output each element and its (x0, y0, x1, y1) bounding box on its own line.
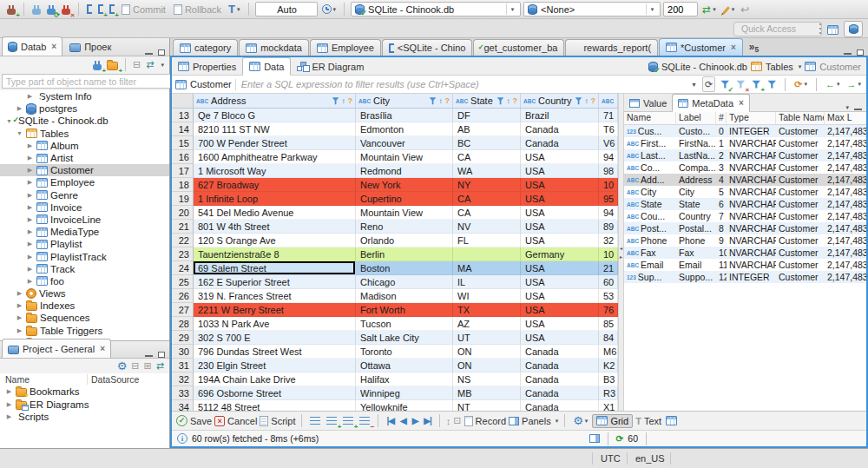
grid-cell[interactable]: Toronto (356, 345, 453, 359)
grid-cell[interactable]: B3 (599, 372, 618, 386)
grid-cell[interactable]: MA (453, 261, 521, 275)
gear-icon[interactable]: ⚙ (117, 359, 128, 372)
tab-close-icon[interactable]: × (731, 43, 736, 52)
project-item-bookmarks[interactable]: ▶Bookmarks (0, 386, 169, 399)
grid-cell[interactable]: Madison (356, 289, 453, 303)
grid-cell[interactable]: USA (521, 331, 599, 345)
tree-collapsed-icon[interactable]: ▶ (5, 388, 13, 395)
new-folder-button[interactable]: + (105, 56, 120, 74)
grid-cell[interactable]: Edmonton (356, 122, 453, 136)
filter-history-button[interactable]: ▼ (689, 77, 699, 91)
auto-refresh-icon[interactable]: ⟳ (616, 433, 624, 444)
grid-cell[interactable]: 60 (599, 275, 618, 289)
grid-cell[interactable]: CA (453, 192, 521, 206)
transaction-button[interactable] (85, 1, 94, 18)
expand-all-icon[interactable]: ⊞ (144, 360, 152, 372)
grid-cell[interactable]: 95 (599, 192, 618, 206)
breadcrumb-connection[interactable]: SQLite - Chinook.db (661, 62, 747, 72)
panel-splitter[interactable]: ◂ ▸ (618, 94, 624, 411)
grid-cell[interactable]: Reno (356, 220, 453, 234)
grid-cell[interactable]: 89 (599, 220, 618, 234)
meta-column-header-name[interactable]: Name (624, 112, 676, 124)
grid-cell[interactable]: X1 (599, 400, 618, 411)
row-number-cell[interactable]: 25 (172, 275, 194, 289)
previous-row-button[interactable]: ◀ (398, 416, 408, 425)
metadata-row-country[interactable]: ABCCou...Country7NVARCHARCustomer2,147,4… (624, 210, 866, 222)
grid-cell[interactable]: New York (356, 178, 453, 192)
tree-collapsed-icon[interactable]: ▶ (16, 302, 23, 309)
grid-cell[interactable]: USA (521, 234, 599, 247)
add-row-button[interactable]: + (325, 412, 339, 430)
project-item-scripts[interactable]: ▶Scripts (0, 411, 169, 424)
grid-cell[interactable]: Berlin (356, 247, 453, 261)
tree-expanded-icon[interactable]: ▼ (16, 130, 23, 136)
grid-cell[interactable]: 319 N. Frances Street (194, 289, 356, 303)
tree-item-album[interactable]: ▶Album (0, 140, 169, 152)
open-perspective-button[interactable] (827, 23, 838, 35)
metadata-row-postal[interactable]: ABCPost...Postal...8NVARCHARCustomer2,14… (624, 222, 866, 234)
grid-cell[interactable]: WA (453, 164, 521, 178)
grid-cell[interactable]: Canada (521, 122, 599, 136)
collapse-all-button[interactable]: ⊟ (131, 56, 142, 74)
minimize-icon[interactable] (844, 50, 852, 55)
grid-cell[interactable]: Canada (521, 372, 599, 386)
fetch-size-input[interactable] (663, 2, 698, 16)
panels-button[interactable]: Panels▾ (509, 416, 558, 426)
grid-cell[interactable]: Orlando (356, 234, 453, 247)
minimize-icon[interactable] (145, 353, 153, 357)
grid-cell[interactable]: V6 (599, 136, 618, 150)
row-number-cell[interactable]: 13 (172, 109, 194, 122)
grid-cell[interactable]: Tauentzienstraße 8 (194, 247, 356, 261)
grid-cell[interactable]: Chicago (356, 275, 453, 289)
metadata-row-phone[interactable]: ABCPhonePhone9NVARCHARCustomer2,147,483 (624, 234, 866, 247)
tab-project-general[interactable]: Project - General × (2, 339, 111, 358)
editor-tab-get-customer-ba[interactable]: get_customer_ba (473, 39, 564, 56)
custom-filter-button[interactable]: + (750, 76, 762, 93)
tab-value[interactable]: Value (624, 95, 672, 111)
editor-tab-sqlite-chino[interactable]: <SQLite - Chino (382, 39, 473, 56)
quick-access-input[interactable]: Quick Access (733, 22, 822, 36)
tree-item-genre[interactable]: ▶Genre (0, 189, 169, 201)
tree-collapsed-icon[interactable]: ▶ (16, 314, 23, 321)
grid-cell[interactable]: 10 (599, 178, 618, 192)
row-number-cell[interactable]: 28 (172, 317, 194, 331)
text-view-button[interactable]: TText (635, 416, 661, 426)
column-header-datasource[interactable]: DataSource (87, 374, 139, 385)
tab-data[interactable]: Data (242, 57, 291, 76)
view-menu-icon[interactable]: ▾ (845, 104, 849, 111)
filter-funnel-icon[interactable] (497, 97, 504, 105)
metadata-row-firstna[interactable]: ABCFirst...FirstNa...1NVARCHARCustomer2,… (624, 137, 866, 149)
tree-collapsed-icon[interactable]: ▶ (16, 327, 23, 334)
grid-cell[interactable]: Vancouver (356, 136, 453, 150)
tree-item-playlist[interactable]: ▶Playlist (0, 238, 169, 250)
metadata-row-email[interactable]: ABCEmailEmail11NVARCHARCustomer2,147,483 (624, 259, 866, 271)
row-number-cell[interactable]: 33 (172, 386, 194, 400)
grid-cell[interactable]: 76 (599, 303, 618, 317)
navigator-filter-input[interactable] (2, 74, 174, 89)
grid-view-toggle[interactable]: Grid (592, 414, 633, 428)
grid-cell[interactable]: Brasília (356, 109, 453, 122)
tab-properties[interactable]: Properties (172, 58, 242, 75)
row-number-cell[interactable]: 18 (172, 178, 194, 192)
connection-select[interactable]: SQLite - Chinook.db ▼ (351, 2, 521, 16)
grid-cell[interactable]: Yellowknife (356, 400, 453, 411)
row-number-cell[interactable]: 23 (172, 247, 194, 261)
grid-cell[interactable]: USA (521, 164, 599, 178)
refresh-button[interactable]: ⟳ (702, 76, 715, 92)
grid-cell[interactable]: 194A Chain Lake Drive (194, 372, 356, 386)
tree-collapsed-icon[interactable]: ▶ (5, 401, 13, 408)
row-number-cell[interactable]: 20 (172, 206, 194, 220)
grid-cell[interactable] (453, 247, 521, 261)
sort-icon[interactable]: ↕ (507, 97, 510, 105)
breadcrumb-entity[interactable]: Customer (819, 62, 861, 72)
grid-cell[interactable]: 85 (599, 317, 618, 331)
grid-cell[interactable]: ON (453, 345, 521, 359)
new-connection-button[interactable]: + (91, 56, 103, 74)
tree-collapsed-icon[interactable]: ▶ (26, 155, 34, 161)
grid-cell[interactable]: Canada (521, 386, 599, 400)
grid-cell[interactable]: NV (453, 220, 521, 234)
tree-collapsed-icon[interactable]: ▶ (26, 142, 34, 149)
minimize-icon[interactable] (145, 50, 153, 55)
grid-cell[interactable]: IL (453, 275, 521, 289)
filter-help-icon[interactable]: ? (348, 96, 353, 105)
